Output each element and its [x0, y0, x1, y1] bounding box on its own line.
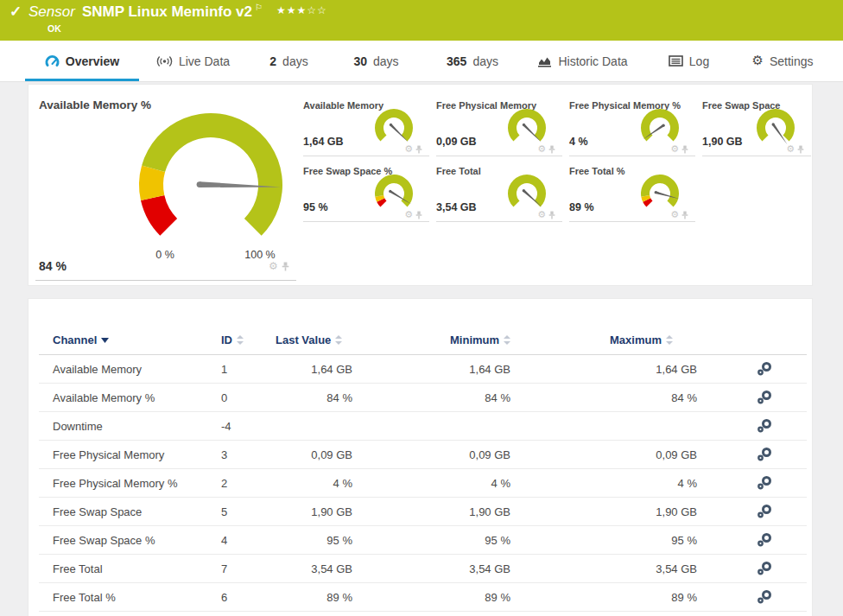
column-header-maximum[interactable]: Maximum [610, 333, 673, 346]
broadcast-icon [156, 55, 173, 67]
historic-chart-icon [537, 55, 552, 67]
cell-channel: Available Memory [53, 363, 221, 376]
channels-panel: Channel ID Last Value Minimum Maximum Av… [28, 298, 813, 616]
column-header-last-value[interactable]: Last Value [276, 333, 342, 346]
gauge-settings-gear-icon[interactable]: ⚙ [537, 144, 546, 154]
gauge-settings-gear-icon[interactable]: ⚙ [269, 261, 278, 271]
tab-label: Live Data [179, 54, 230, 68]
column-header-minimum[interactable]: Minimum [450, 333, 510, 346]
mini-gauge-free-swap-space: Free Swap Space %95 %⚙ [303, 164, 429, 222]
cell-last-value: 0,09 GB [270, 448, 352, 461]
channel-row-available-memory[interactable]: Available Memory11,64 GB1,64 GB1,64 GB [39, 355, 807, 384]
main-gauge-min-label: 0 % [141, 249, 189, 261]
cell-minimum: 1,90 GB [352, 505, 510, 518]
cell-channel: Free Swap Space % [53, 534, 221, 547]
gauge-pin-icon[interactable] [681, 145, 688, 154]
cell-minimum: 4 % [352, 477, 510, 490]
channel-settings-icon[interactable] [756, 418, 773, 434]
tab-days[interactable]: 365days [420, 41, 525, 81]
mini-gauge-dial [369, 105, 422, 149]
channel-row-available-memory[interactable]: Available Memory %084 %84 %84 % [39, 384, 807, 412]
cell-maximum: 84 % [510, 391, 697, 404]
channel-row-free-total[interactable]: Free Total73,54 GB3,54 GB3,54 GB [39, 555, 807, 583]
channel-settings-icon[interactable] [756, 361, 773, 377]
mini-gauge-free-total: Free Total %89 %⚙ [569, 164, 695, 222]
channel-settings-icon[interactable] [756, 390, 773, 405]
tab-log[interactable]: Log [640, 41, 738, 81]
cell-minimum: 3,54 GB [352, 562, 510, 575]
cell-id: 1 [221, 363, 270, 376]
mini-gauge-dial [369, 171, 422, 214]
gauge-settings-gear-icon[interactable]: ⚙ [404, 210, 413, 219]
cell-minimum: 0,09 GB [352, 448, 510, 461]
channel-settings-icon[interactable] [756, 532, 773, 548]
cell-last-value: 3,54 GB [270, 562, 352, 575]
tab-historic-data[interactable]: Historic Data [525, 41, 640, 81]
cell-channel: Free Physical Memory % [53, 477, 221, 490]
cell-id: 4 [221, 534, 270, 547]
cell-channel: Available Memory % [53, 391, 221, 404]
gauge-pin-icon[interactable] [415, 145, 422, 154]
channel-row-free-swap-space[interactable]: Free Swap Space %495 %95 %95 % [39, 526, 807, 555]
channel-settings-icon[interactable] [756, 447, 773, 462]
gauge-pin-icon[interactable] [282, 262, 289, 271]
mini-gauge-free-physical-memory: Free Physical Memory0,09 GB⚙ [436, 98, 562, 156]
sensor-header: ✓ Sensor SNMP Linux Meminfo v2 ⚐ ★★★☆☆ O… [0, 0, 843, 41]
tab-settings[interactable]: ⚙Settings [738, 41, 827, 81]
gauge-pin-icon[interactable] [548, 145, 555, 154]
mini-gauge-title: Free Total [436, 166, 481, 176]
cell-last-value: 1,64 GB [270, 363, 352, 376]
cell-channel: Downtime [53, 420, 221, 433]
cell-last-value: 4 % [270, 477, 352, 490]
mini-gauge-value: 0,09 GB [436, 136, 477, 148]
tab-number: 30 [353, 54, 367, 68]
column-header-channel[interactable]: Channel [53, 333, 109, 346]
tab-overview[interactable]: Overview [23, 41, 141, 81]
channel-row-free-total[interactable]: Free Total %689 %89 %89 % [39, 583, 807, 612]
table-header-row: Channel ID Last Value Minimum Maximum [39, 299, 807, 355]
cell-id: -4 [221, 420, 270, 433]
cell-id: 3 [221, 448, 270, 461]
cell-minimum: 1,64 GB [352, 363, 510, 376]
gauge-settings-gear-icon[interactable]: ⚙ [537, 210, 546, 219]
tab-label: Log [689, 54, 709, 68]
mini-gauge-free-physical-memory: Free Physical Memory %4 %⚙ [569, 98, 695, 156]
gauge-pin-icon[interactable] [415, 211, 422, 219]
mini-gauge-dial [751, 105, 804, 149]
tab-live-data[interactable]: Live Data [141, 41, 245, 81]
cell-minimum: 89 % [352, 591, 510, 604]
mini-gauge-free-total: Free Total3,54 GB⚙ [436, 164, 562, 222]
gauge-pin-icon[interactable] [681, 211, 688, 219]
channel-settings-icon[interactable] [756, 504, 773, 519]
gauge-settings-gear-icon[interactable]: ⚙ [786, 144, 795, 154]
gauge-settings-gear-icon[interactable]: ⚙ [670, 144, 679, 154]
cell-channel: Free Total % [53, 591, 221, 604]
channel-row-free-physical-memory[interactable]: Free Physical Memory30,09 GB0,09 GB0,09 … [39, 441, 807, 469]
cell-last-value: 84 % [270, 391, 352, 404]
channel-settings-icon[interactable] [756, 475, 773, 491]
gauge-pin-icon[interactable] [797, 145, 804, 154]
gauge-settings-gear-icon[interactable]: ⚙ [404, 144, 413, 154]
sort-icon [237, 335, 244, 345]
status-badge: OK [48, 23, 61, 34]
log-icon [669, 55, 683, 67]
main-gauge-value: 84 % [39, 259, 67, 273]
tab-label: days [472, 54, 498, 68]
channel-settings-icon[interactable] [756, 589, 773, 605]
cell-maximum: 1,64 GB [510, 363, 697, 376]
priority-flag-icon[interactable]: ⚐ [255, 3, 263, 12]
main-gauge-max-label: 100 % [236, 249, 284, 261]
channel-row-free-swap-space[interactable]: Free Swap Space51,90 GB1,90 GB1,90 GB [39, 498, 807, 526]
gauge-pin-icon[interactable] [548, 211, 555, 219]
channel-row-free-physical-memory[interactable]: Free Physical Memory %24 %4 %4 % [39, 469, 807, 498]
gauge-settings-gear-icon[interactable]: ⚙ [670, 210, 679, 219]
sort-icon [666, 335, 673, 345]
column-header-id[interactable]: ID [221, 333, 244, 346]
tab-number: 2 [269, 54, 276, 68]
priority-stars[interactable]: ★★★☆☆ [276, 4, 327, 16]
tab-days[interactable]: 30days [333, 41, 420, 81]
mini-gauge-dial [635, 171, 688, 214]
channel-settings-icon[interactable] [756, 561, 773, 576]
channel-row-downtime[interactable]: Downtime-4 [39, 412, 807, 441]
tab-days[interactable]: 2days [245, 41, 333, 81]
